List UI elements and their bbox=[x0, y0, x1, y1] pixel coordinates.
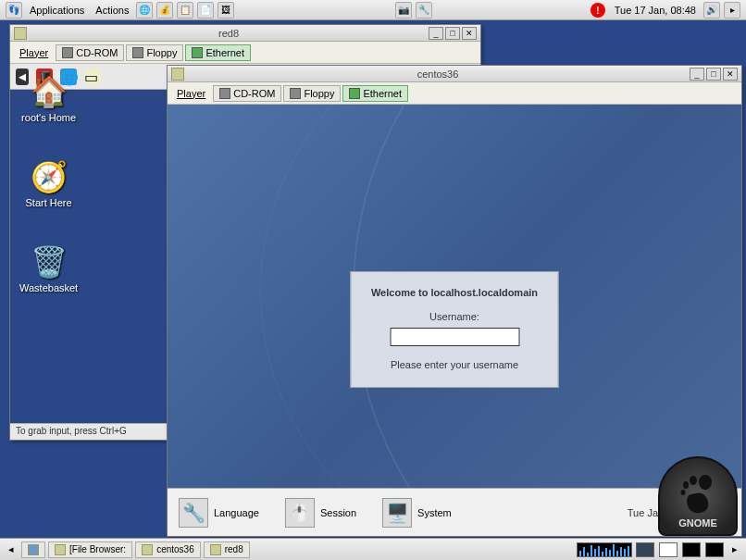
alert-icon[interactable]: ! bbox=[591, 3, 605, 18]
file-browser-task[interactable]: [File Browser: bbox=[48, 541, 132, 558]
folder-icon bbox=[55, 544, 66, 555]
file-browser-label: [File Browser: bbox=[69, 544, 126, 554]
system-button[interactable]: 🖥️ System bbox=[382, 498, 452, 528]
panel-right-arrow[interactable]: ▸ bbox=[727, 543, 742, 555]
red8-toolbar: Player CD-ROM Floppy Ethernet bbox=[10, 42, 480, 64]
centos36-titlebar[interactable]: centos36 _ □ ✕ bbox=[168, 66, 741, 82]
red8-task[interactable]: red8 bbox=[204, 541, 250, 558]
workspace-4[interactable] bbox=[705, 542, 724, 557]
gnome-label: GNOME bbox=[678, 517, 717, 529]
centos-toolbar: Player CD-ROM Floppy Ethernet bbox=[168, 82, 741, 105]
language-icon: 🔧 bbox=[179, 498, 208, 528]
login-bottom-bar: 🔧 Language 🖱️ Session 🖥️ System Tue Jan … bbox=[168, 488, 741, 536]
terminal-icon[interactable]: ▭ bbox=[84, 68, 101, 85]
centos36-task[interactable]: centos36 bbox=[135, 541, 201, 558]
close-button[interactable]: ✕ bbox=[723, 68, 738, 81]
system-label: System bbox=[417, 507, 452, 518]
cdrom-label: CD-ROM bbox=[233, 88, 275, 99]
ethernet-label: Ethernet bbox=[363, 88, 402, 99]
clock[interactable]: Tue 17 Jan, 08:48 bbox=[609, 5, 702, 16]
window-icon bbox=[171, 68, 184, 81]
system-monitor-applet[interactable] bbox=[577, 542, 632, 557]
centos36-title: centos36 bbox=[188, 68, 688, 80]
desktop-icon bbox=[28, 544, 39, 555]
floppy-icon bbox=[132, 47, 143, 58]
volume-icon[interactable]: 🔊 bbox=[703, 2, 720, 19]
applications-menu[interactable]: Applications bbox=[24, 3, 90, 18]
red8-titlebar[interactable]: red8 _ □ ✕ bbox=[10, 25, 480, 42]
bottom-panel: ◂ [File Browser: centos36 red8 ▸ bbox=[0, 538, 746, 560]
roots-home-icon[interactable]: 🏠 root's Home bbox=[21, 71, 76, 123]
svg-point-0 bbox=[699, 475, 712, 490]
tray-icon-2[interactable]: 🔧 bbox=[416, 2, 432, 19]
launcher-icon-3[interactable]: 📋 bbox=[177, 2, 193, 19]
start-here-label: Start Here bbox=[26, 197, 72, 208]
username-input[interactable] bbox=[390, 328, 519, 346]
cdrom-icon bbox=[62, 47, 73, 58]
start-here-icon[interactable]: 🧭 Start Here bbox=[26, 156, 72, 208]
session-button[interactable]: 🖱️ Session bbox=[285, 498, 356, 528]
trash-icon: 🗑️ bbox=[29, 242, 69, 282]
username-label: Username: bbox=[368, 311, 541, 322]
system-icon: 🖥️ bbox=[382, 498, 412, 528]
svg-point-1 bbox=[690, 476, 697, 485]
launcher-icon-4[interactable]: 📄 bbox=[197, 2, 214, 19]
red8-floppy-tab[interactable]: Floppy bbox=[126, 44, 183, 61]
red8-title: red8 bbox=[31, 28, 427, 39]
minimize-button[interactable]: _ bbox=[690, 68, 704, 81]
floppy-label: Floppy bbox=[146, 47, 177, 58]
gnome-foot-icon bbox=[679, 475, 716, 517]
centos-ethernet-tab[interactable]: Ethernet bbox=[342, 85, 408, 102]
cdrom-label: CD-ROM bbox=[76, 47, 118, 58]
centos-floppy-tab[interactable]: Floppy bbox=[283, 85, 341, 102]
workspace-1[interactable] bbox=[636, 542, 654, 557]
panel-left-arrow[interactable]: ◂ bbox=[4, 543, 19, 555]
language-label: Language bbox=[214, 507, 259, 518]
login-box: Welcome to localhost.localdomain Usernam… bbox=[351, 271, 559, 388]
centos-desktop: Welcome to localhost.localdomain Usernam… bbox=[168, 105, 741, 536]
red8-task-label: red8 bbox=[225, 544, 243, 554]
floppy-label: Floppy bbox=[304, 88, 334, 99]
tray-icon-1[interactable]: 📷 bbox=[395, 2, 412, 19]
maximize-button[interactable]: □ bbox=[706, 68, 721, 81]
session-icon: 🖱️ bbox=[285, 498, 315, 528]
vm-icon bbox=[142, 544, 153, 555]
workspace-3[interactable] bbox=[682, 542, 701, 557]
window-icon bbox=[14, 27, 27, 40]
maximize-button[interactable]: □ bbox=[445, 27, 460, 40]
compass-icon: 🧭 bbox=[29, 156, 69, 197]
session-label: Session bbox=[320, 507, 356, 518]
gnome-logo: GNOME bbox=[658, 456, 738, 536]
svg-point-2 bbox=[683, 481, 689, 489]
ethernet-label: Ethernet bbox=[205, 47, 244, 58]
foot-menu-icon[interactable]: 👣 bbox=[6, 2, 22, 19]
floppy-icon bbox=[290, 88, 301, 99]
red8-cdrom-tab[interactable]: CD-ROM bbox=[56, 44, 124, 61]
wastebasket-icon[interactable]: 🗑️ Wastebasket bbox=[19, 242, 78, 293]
launcher-icon-2[interactable]: 💰 bbox=[156, 2, 173, 19]
red8-ethernet-tab[interactable]: Ethernet bbox=[185, 44, 251, 61]
actions-menu[interactable]: Actions bbox=[90, 3, 134, 18]
close-button[interactable]: ✕ bbox=[462, 27, 477, 40]
launcher-icon-5[interactable]: 🖼 bbox=[218, 2, 234, 19]
top-panel: 👣 Applications Actions 🌐 💰 📋 📄 🖼 📷 🔧 ! T… bbox=[0, 0, 746, 20]
roots-home-label: root's Home bbox=[21, 112, 76, 123]
login-welcome: Welcome to localhost.localdomain bbox=[368, 287, 541, 298]
centos-cdrom-tab[interactable]: CD-ROM bbox=[213, 85, 281, 102]
workspace-2[interactable] bbox=[659, 542, 678, 557]
panel-arrow-icon[interactable]: ▸ bbox=[724, 2, 740, 19]
minimize-button[interactable]: _ bbox=[429, 27, 443, 40]
centos36-task-label: centos36 bbox=[156, 544, 194, 554]
show-desktop-button[interactable] bbox=[21, 541, 45, 558]
language-button[interactable]: 🔧 Language bbox=[179, 498, 259, 528]
centos36-window: centos36 _ □ ✕ Player CD-ROM Floppy Ethe… bbox=[167, 65, 742, 537]
desktop-icons: 🏠 root's Home 🧭 Start Here 🗑️ Wastebaske… bbox=[19, 71, 78, 293]
centos-player-menu[interactable]: Player bbox=[171, 86, 211, 101]
login-hint: Please enter your username bbox=[368, 359, 541, 370]
launcher-icon-1[interactable]: 🌐 bbox=[136, 2, 153, 19]
wastebasket-label: Wastebasket bbox=[19, 282, 78, 293]
folder-home-icon: 🏠 bbox=[29, 71, 69, 112]
red8-player-menu[interactable]: Player bbox=[14, 45, 54, 60]
cdrom-icon bbox=[219, 88, 230, 99]
vm-icon bbox=[210, 544, 221, 555]
